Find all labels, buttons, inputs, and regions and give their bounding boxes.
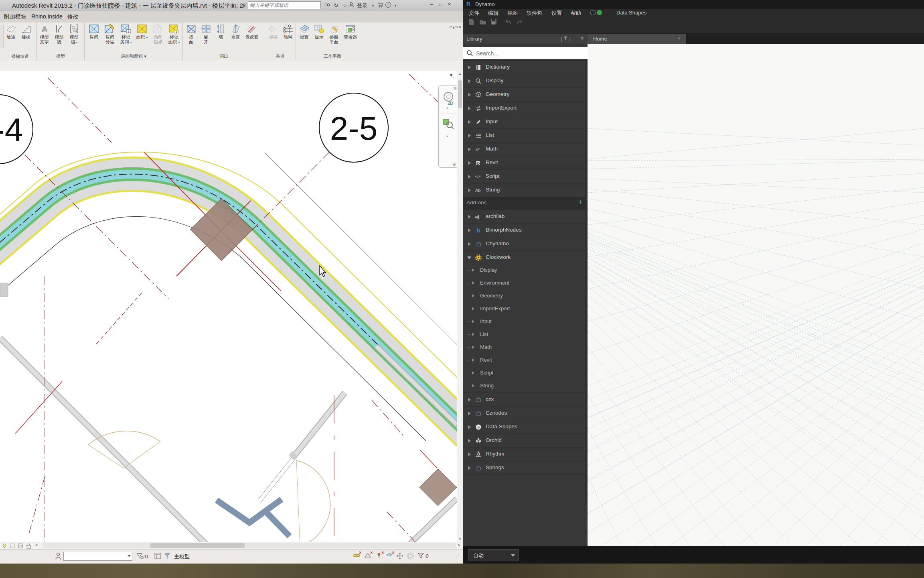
- user-icon[interactable]: [347, 2, 355, 10]
- zoom-icon[interactable]: [442, 118, 454, 130]
- canvas-collapse-icon[interactable]: ▼̱: [449, 73, 453, 77]
- hscroll-thumb[interactable]: [150, 543, 245, 548]
- menu-view[interactable]: 视图: [507, 10, 518, 17]
- clockwork-input[interactable]: Input: [463, 315, 588, 328]
- lib-addon-archilab[interactable]: a|archilab: [463, 210, 588, 223]
- lib-addon-bimorphnodes[interactable]: bBimorphNodes: [463, 223, 588, 237]
- lib-cat-string[interactable]: AbString: [463, 183, 588, 197]
- hscroll-right-icon[interactable]: >: [458, 543, 460, 547]
- app-store-cart-icon[interactable]: [376, 2, 384, 10]
- ribbon-collapse-button[interactable]: ⊂▴⊃ ▾: [449, 25, 461, 29]
- help-dropdown-icon[interactable]: ▾: [391, 2, 399, 10]
- viewer-button[interactable]: 查看器: [341, 23, 360, 51]
- room-button[interactable]: 房间: [86, 23, 102, 51]
- horizontal-scrollbar[interactable]: [43, 543, 456, 548]
- workplane-show-button[interactable]: 显示: [312, 23, 326, 51]
- ramp-button[interactable]: 坡道: [4, 23, 18, 51]
- tab-home[interactable]: Home ×: [588, 34, 686, 44]
- model-group-button[interactable]: 模型组▾: [67, 23, 81, 51]
- scroll-down-icon[interactable]: ∨: [457, 537, 463, 541]
- crop-view-icon[interactable]: [18, 543, 24, 549]
- select-elements-by-face-icon[interactable]: ✕: [386, 552, 394, 560]
- ref-plane-button[interactable]: 参照平面: [326, 23, 341, 51]
- dynamo-3d-canvas[interactable]: [588, 44, 924, 546]
- drawing-area[interactable]: 2-4 2-5 ⊗ 2D ▾ ▾ ⊖: [0, 71, 457, 542]
- grid-button[interactable]: 轴网: [281, 23, 296, 51]
- library-layout-icon[interactable]: ≡: [580, 35, 584, 41]
- zoom-dropdown-icon[interactable]: ▾: [446, 134, 448, 138]
- menu-settings[interactable]: 设置: [551, 10, 562, 17]
- menu-edit[interactable]: 编辑: [488, 10, 498, 17]
- design-option-filter-icon[interactable]: [136, 552, 144, 560]
- minimize-button[interactable]: –: [428, 1, 436, 8]
- maximize-button[interactable]: □: [436, 1, 445, 8]
- wheel-dropdown-icon[interactable]: ▾: [446, 106, 448, 110]
- save-icon[interactable]: [490, 18, 498, 25]
- grid-bubble-2-4[interactable]: 2-4: [0, 95, 33, 164]
- run-mode-select[interactable]: 自动: [468, 549, 519, 561]
- open-file-icon[interactable]: [479, 18, 487, 25]
- navbar-minimize-icon[interactable]: ⊖: [453, 162, 456, 167]
- lib-cat-dictionary[interactable]: Dictionary: [463, 60, 588, 74]
- vertical-opening-button[interactable]: 垂直: [228, 23, 243, 51]
- lib-cat-display[interactable]: Display: [463, 74, 588, 88]
- wall-opening-button[interactable]: 墙: [213, 23, 228, 51]
- design-option-select[interactable]: [63, 552, 132, 561]
- by-face-button[interactable]: 按面: [184, 23, 199, 51]
- clockwork-importexport[interactable]: ImportExport: [463, 303, 588, 315]
- library-filter-icon[interactable]: | |: [561, 36, 571, 42]
- selection-filter-icon[interactable]: [417, 552, 425, 560]
- lib-cat-geometry[interactable]: Geometry: [463, 88, 588, 101]
- infocenter-expand-icon[interactable]: ▸: [241, 2, 249, 10]
- vscroll-thumb[interactable]: [458, 80, 462, 108]
- clockwork-script[interactable]: Script: [463, 367, 588, 380]
- clockwork-display[interactable]: Display: [463, 264, 588, 277]
- crop-region-icon[interactable]: [10, 543, 16, 549]
- resize-grip[interactable]: ⋰: [456, 554, 460, 558]
- vertical-scrollbar[interactable]: ▲ ∨: [457, 71, 463, 542]
- clockwork-string[interactable]: String: [463, 380, 588, 393]
- clockwork-geometry[interactable]: Geometry: [463, 290, 588, 303]
- room-separator-button[interactable]: 房间分隔: [102, 23, 118, 51]
- lib-addon-cznodes[interactable]: Cznodes: [463, 406, 588, 420]
- tab-close-icon[interactable]: ×: [677, 35, 681, 41]
- select-link-icon[interactable]: ✕: [353, 552, 361, 560]
- signin-button[interactable]: 登录: [355, 2, 369, 10]
- stairs-button[interactable]: 楼梯: [18, 23, 33, 51]
- select-pinned-icon[interactable]: ✕: [375, 552, 383, 560]
- tag-room-button[interactable]: 1 标记房间 ▾: [118, 23, 134, 51]
- lib-addon-czx[interactable]: czx: [463, 393, 588, 406]
- lib-addon-rhythm[interactable]: Rhythm: [463, 447, 588, 461]
- desktop-taskbar[interactable]: [0, 564, 924, 578]
- help-icon[interactable]: ?: [384, 2, 392, 10]
- dormer-button[interactable]: 老虎窗: [243, 23, 261, 51]
- undo-icon[interactable]: [505, 18, 513, 25]
- viewbar-expand-icon[interactable]: <: [35, 543, 38, 547]
- signin-dropdown-icon[interactable]: ▾: [369, 2, 377, 10]
- redo-icon[interactable]: [516, 18, 524, 25]
- lib-cat-script[interactable]: </>Script: [463, 169, 588, 183]
- lib-cat-revit[interactable]: RRevit: [463, 156, 588, 169]
- addons-add-icon[interactable]: +: [578, 198, 583, 207]
- lib-addon-springs[interactable]: Springs: [463, 461, 588, 474]
- select-underlay-icon[interactable]: ✕: [364, 552, 372, 560]
- lib-cat-math[interactable]: x²Math: [463, 142, 588, 156]
- shaft-button[interactable]: 竖井: [199, 23, 213, 51]
- infocenter-search-input[interactable]: [248, 1, 321, 9]
- library-search[interactable]: [463, 47, 588, 59]
- navbar-close-icon[interactable]: ⊗: [454, 86, 457, 90]
- lib-addon-data-shapes[interactable]: d|sData-Shapes: [463, 420, 588, 434]
- lib-addon-clockwork[interactable]: Clockwork: [463, 250, 588, 264]
- workplane-set-button[interactable]: 设置: [297, 23, 312, 51]
- lib-cat-input[interactable]: Input: [463, 115, 588, 128]
- menu-help[interactable]: 帮助: [571, 10, 581, 17]
- clockwork-list[interactable]: List: [463, 328, 588, 341]
- library-search-input[interactable]: [475, 49, 581, 58]
- clockwork-revit[interactable]: Revit: [463, 354, 588, 367]
- scroll-up-icon[interactable]: ▲: [457, 72, 463, 76]
- tab-addins[interactable]: 附加模块: [4, 13, 26, 20]
- menu-packages[interactable]: 软件包: [527, 10, 542, 17]
- new-file-icon[interactable]: [468, 18, 476, 25]
- refresh-icon[interactable]: ↻: [332, 2, 340, 10]
- reveal-hidden-icon[interactable]: [2, 543, 8, 549]
